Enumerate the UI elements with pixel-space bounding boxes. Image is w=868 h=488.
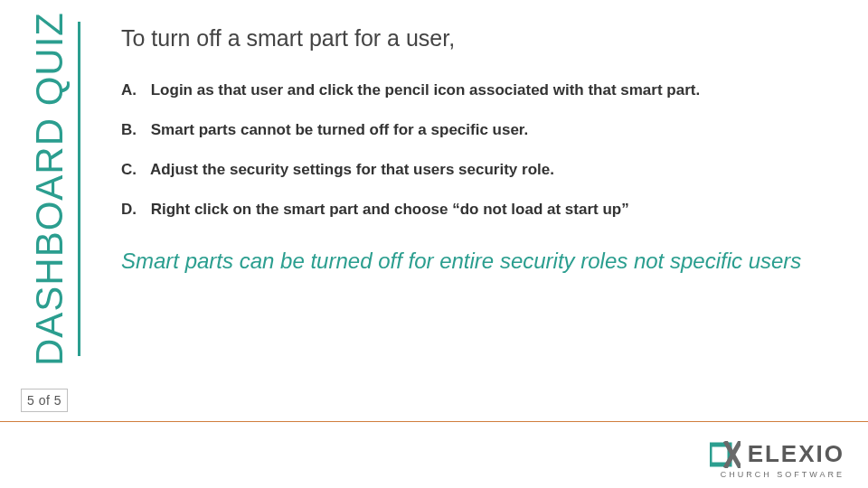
option-c: C. Adjust the security settings for that…: [121, 160, 832, 180]
option-letter: B.: [121, 120, 146, 140]
brand-tagline: CHURCH SOFTWARE: [710, 470, 844, 479]
sidebar-title-box: DASHBOARD QUIZ: [22, 22, 80, 356]
brand-mark-icon: [710, 441, 741, 468]
option-a: A. Login as that user and click the penc…: [121, 80, 832, 100]
answer-explanation: Smart parts can be turned off for entire…: [121, 247, 826, 275]
option-text: Login as that user and click the pencil …: [151, 81, 700, 99]
footer-divider: [0, 421, 868, 422]
option-text: Adjust the security settings for that us…: [150, 161, 554, 178]
brand-wordmark: ELEXIO: [748, 440, 844, 468]
sidebar-title: DASHBOARD QUIZ: [28, 12, 71, 366]
page-indicator-text: 5 of 5: [27, 393, 61, 408]
brand-logo: ELEXIO CHURCH SOFTWARE: [710, 440, 844, 479]
option-b: B. Smart parts cannot be turned off for …: [121, 120, 832, 140]
option-letter: A.: [121, 80, 146, 100]
option-d: D. Right click on the smart part and cho…: [121, 200, 832, 220]
brand-logo-row: ELEXIO: [710, 440, 844, 468]
option-text: Smart parts cannot be turned off for a s…: [151, 121, 529, 138]
option-letter: C.: [121, 160, 146, 180]
option-text: Right click on the smart part and choose…: [151, 201, 629, 218]
quiz-content: To turn off a smart part for a user, A. …: [121, 23, 832, 275]
quiz-options: A. Login as that user and click the penc…: [121, 80, 832, 220]
quiz-question: To turn off a smart part for a user,: [121, 23, 832, 53]
option-letter: D.: [121, 200, 146, 220]
page-indicator: 5 of 5: [21, 389, 68, 412]
